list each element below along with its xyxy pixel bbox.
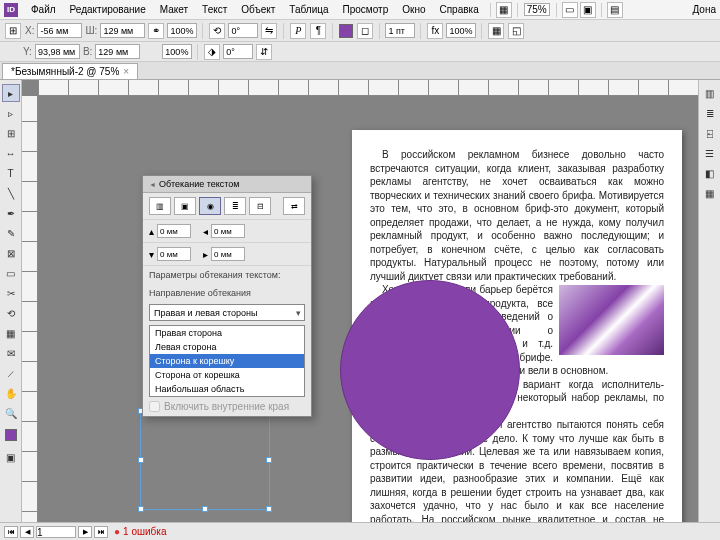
fx-icon[interactable]: fx xyxy=(427,23,443,39)
pen-tool[interactable]: ✒ xyxy=(2,204,20,222)
gap-tool[interactable]: ↔ xyxy=(2,144,20,162)
corner-icon[interactable]: ◱ xyxy=(508,23,524,39)
menu-table[interactable]: Таблица xyxy=(282,4,335,15)
zoom-select[interactable]: 75% xyxy=(524,3,550,16)
pages-panel-icon[interactable]: ▥ xyxy=(701,84,719,102)
rect-frame-tool[interactable]: ⊠ xyxy=(2,244,20,262)
canvas-area[interactable]: В российском рекламном бизнесе довольно … xyxy=(22,80,698,540)
ruler-horizontal[interactable] xyxy=(38,80,698,96)
wrap-direction-dropdown[interactable]: Правая сторона Левая сторона Сторона к к… xyxy=(149,325,305,397)
wrap-icon[interactable]: ▦ xyxy=(488,23,504,39)
char-icon[interactable]: P xyxy=(290,23,306,39)
scale-x-field[interactable]: 100% xyxy=(167,23,197,38)
menu-edit[interactable]: Редактирование xyxy=(63,4,153,15)
prev-page-button[interactable]: ◀ xyxy=(20,526,34,538)
x-field[interactable]: -56 мм xyxy=(37,23,82,38)
ellipse-object[interactable] xyxy=(340,280,520,460)
menu-file[interactable]: Файл xyxy=(24,4,63,15)
fill-swatch[interactable] xyxy=(339,24,353,38)
shear-icon[interactable]: ⬗ xyxy=(204,44,220,60)
scale-y-field[interactable]: 100% xyxy=(162,44,192,59)
stroke-weight[interactable]: 1 пт xyxy=(385,23,415,38)
handle-icon[interactable] xyxy=(266,457,272,463)
links-panel-icon[interactable]: ⍇ xyxy=(701,124,719,142)
flip-h-icon[interactable]: ⇋ xyxy=(261,23,277,39)
gradient-tool[interactable]: ▦ xyxy=(2,324,20,342)
h-field[interactable]: 129 мм xyxy=(95,44,140,59)
tab-close-icon[interactable]: × xyxy=(123,66,129,77)
handle-icon[interactable] xyxy=(202,506,208,512)
screen-mode-icon[interactable]: ▣ xyxy=(580,2,596,18)
dropdown-option[interactable]: Сторона от корешка xyxy=(150,368,304,382)
selection-tool[interactable]: ▸ xyxy=(2,84,20,102)
opacity-field[interactable]: 100% xyxy=(446,23,476,38)
ruler-vertical[interactable] xyxy=(22,96,38,540)
menu-help[interactable]: Справка xyxy=(432,4,485,15)
dropdown-option[interactable]: Сторона к корешку xyxy=(150,354,304,368)
menu-view[interactable]: Просмотр xyxy=(336,4,396,15)
rotate-icon[interactable]: ⟲ xyxy=(209,23,225,39)
stroke-swatch[interactable]: ◻ xyxy=(357,23,373,39)
offset-top-field[interactable]: 0 мм xyxy=(157,224,191,238)
fill-stroke-proxy[interactable] xyxy=(2,424,20,446)
first-page-button[interactable]: ⏮ xyxy=(4,526,18,538)
menu-window[interactable]: Окно xyxy=(395,4,432,15)
selection-frame[interactable] xyxy=(140,410,270,510)
color-panel-icon[interactable]: ◧ xyxy=(701,164,719,182)
text-wrap-panel[interactable]: Обтекание текстом ▥ ▣ ◉ ≣ ⊟ ⇄ ▴ 0 мм ◂ 0… xyxy=(142,175,312,417)
offset-left-field[interactable]: 0 мм xyxy=(211,224,245,238)
handle-icon[interactable] xyxy=(266,506,272,512)
eyedropper-tool[interactable]: ⟋ xyxy=(2,364,20,382)
wrap-column-button[interactable]: ⊟ xyxy=(249,197,271,215)
view-mode-tool[interactable]: ▣ xyxy=(2,448,20,466)
pencil-tool[interactable]: ✎ xyxy=(2,224,20,242)
preflight-status[interactable]: 1 ошибка xyxy=(114,526,166,537)
direct-select-tool[interactable]: ▹ xyxy=(2,104,20,122)
y-field[interactable]: 93,98 мм xyxy=(35,44,80,59)
dropdown-option[interactable]: Левая сторона xyxy=(150,340,304,354)
handle-icon[interactable] xyxy=(138,457,144,463)
type-tool[interactable]: T xyxy=(2,164,20,182)
menu-text[interactable]: Текст xyxy=(195,4,234,15)
view-mode-icon[interactable]: ▭ xyxy=(562,2,578,18)
next-page-button[interactable]: ▶ xyxy=(78,526,92,538)
zoom-tool[interactable]: 🔍 xyxy=(2,404,20,422)
layers-panel-icon[interactable]: ≣ xyxy=(701,104,719,122)
swatches-panel-icon[interactable]: ▦ xyxy=(701,184,719,202)
flip-v-icon[interactable]: ⇵ xyxy=(256,44,272,60)
dropdown-option[interactable]: Правая сторона xyxy=(150,326,304,340)
hand-tool[interactable]: ✋ xyxy=(2,384,20,402)
arrange-icon[interactable]: ▤ xyxy=(607,2,623,18)
stroke-panel-icon[interactable]: ☰ xyxy=(701,144,719,162)
wrap-bbox-button[interactable]: ▣ xyxy=(174,197,196,215)
wrap-none-button[interactable]: ▥ xyxy=(149,197,171,215)
offset-right-field[interactable]: 0 мм xyxy=(211,247,245,261)
ref-point-icon[interactable]: ⊞ xyxy=(5,23,21,39)
wrap-jump-button[interactable]: ≣ xyxy=(224,197,246,215)
wrap-shape-button[interactable]: ◉ xyxy=(199,197,221,215)
rotate-field[interactable]: 0° xyxy=(228,23,258,38)
wrap-direction-select[interactable]: Правая и левая стороны xyxy=(149,304,305,321)
invert-button[interactable]: ⇄ xyxy=(283,197,305,215)
shear-field[interactable]: 0° xyxy=(223,44,253,59)
document-tab[interactable]: *Безымянный-2 @ 75% × xyxy=(2,63,138,79)
bridge-icon[interactable]: ▦ xyxy=(496,2,512,18)
w-field[interactable]: 129 мм xyxy=(100,23,145,38)
para-icon[interactable]: ¶ xyxy=(310,23,326,39)
offset-bottom-field[interactable]: 0 мм xyxy=(157,247,191,261)
scissors-tool[interactable]: ✂ xyxy=(2,284,20,302)
page-tool[interactable]: ⊞ xyxy=(2,124,20,142)
panel-title[interactable]: Обтекание текстом xyxy=(143,176,311,193)
handle-icon[interactable] xyxy=(138,506,144,512)
menu-object[interactable]: Объект xyxy=(234,4,282,15)
inside-edges-checkbox[interactable]: Включить внутренние края xyxy=(149,401,305,412)
line-tool[interactable]: ╲ xyxy=(2,184,20,202)
menu-layout[interactable]: Макет xyxy=(153,4,195,15)
note-tool[interactable]: ✉ xyxy=(2,344,20,362)
dropdown-option[interactable]: Наибольшая область xyxy=(150,382,304,396)
link-wh-icon[interactable]: ⚭ xyxy=(148,23,164,39)
last-page-button[interactable]: ⏭ xyxy=(94,526,108,538)
transform-tool[interactable]: ⟲ xyxy=(2,304,20,322)
butterfly-image[interactable] xyxy=(559,285,664,355)
page-field[interactable]: 1 xyxy=(36,526,76,538)
